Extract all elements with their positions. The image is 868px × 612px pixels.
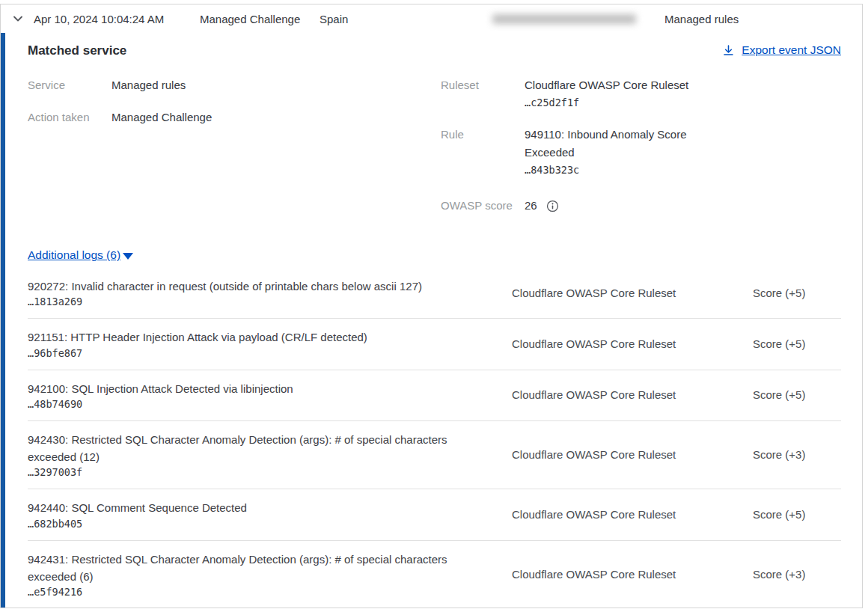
ruleset-field: Ruleset Cloudflare OWASP Core Ruleset …c… (441, 76, 815, 111)
event-action: Managed Challenge (200, 13, 320, 25)
log-row: 942430: Restricted SQL Character Anomaly… (28, 421, 841, 490)
event-details-panel: Matched service Export event JSON Servic… (1, 33, 862, 608)
owasp-score-value: 26 (525, 197, 537, 215)
log-hash: …48b74690 (28, 398, 492, 410)
owasp-score-field: OWASP score 26 (441, 197, 815, 215)
log-description: 921151: HTTP Header Injection Attack via… (28, 328, 492, 346)
log-description: 942440: SQL Comment Sequence Detected (28, 499, 492, 516)
log-score: Score (+5) (753, 337, 841, 350)
log-ruleset: Cloudflare OWASP Core Ruleset (512, 388, 700, 401)
action-taken-field: Action taken Managed Challenge (28, 108, 441, 126)
ruleset-hash: …c25d2f1f (525, 95, 688, 111)
caret-down-icon (123, 253, 133, 260)
collapse-chevron-icon[interactable] (10, 10, 26, 27)
panel-title: Matched service (28, 43, 126, 58)
export-event-json-link[interactable]: Export event JSON (722, 43, 841, 57)
log-ruleset: Cloudflare OWASP Core Ruleset (512, 337, 700, 350)
log-hash: …3297003f (28, 466, 492, 478)
log-description: 942431: Restricted SQL Character Anomaly… (28, 551, 492, 586)
log-score: Score (+3) (753, 568, 841, 581)
action-taken-label: Action taken (28, 108, 111, 126)
log-description: 920272: Invalid character in request (ou… (28, 278, 492, 295)
log-row: 942431: Restricted SQL Character Anomaly… (28, 541, 841, 608)
export-event-json-label: Export event JSON (742, 43, 841, 57)
ruleset-value: Cloudflare OWASP Core Ruleset (525, 76, 688, 94)
event-timestamp: Apr 10, 2024 10:04:24 AM (34, 13, 200, 25)
firewall-event-row: Apr 10, 2024 10:04:24 AM Managed Challen… (0, 4, 863, 608)
log-hash: …682bb405 (28, 518, 492, 530)
log-row: 921151: HTTP Header Injection Attack via… (28, 319, 841, 370)
details-left-column: Service Managed rules Action taken Manag… (28, 76, 441, 229)
log-score: Score (+5) (753, 287, 841, 299)
event-summary-row[interactable]: Apr 10, 2024 10:04:24 AM Managed Challen… (1, 4, 862, 33)
rule-label: Rule (441, 126, 525, 179)
event-service: Managed rules (664, 13, 739, 25)
log-hash: …1813a269 (28, 296, 492, 307)
service-value: Managed rules (111, 76, 186, 94)
service-field: Service Managed rules (28, 76, 441, 94)
event-country: Spain (320, 13, 492, 25)
additional-logs-toggle[interactable]: Additional logs (6) (28, 248, 133, 262)
details-right-column: Ruleset Cloudflare OWASP Core Ruleset …c… (441, 76, 815, 229)
log-score: Score (+3) (753, 448, 841, 461)
log-row: 942100: SQL Injection Attack Detected vi… (28, 370, 841, 421)
service-label: Service (28, 76, 111, 94)
log-score: Score (+5) (753, 388, 841, 401)
info-icon[interactable] (546, 200, 559, 212)
log-score: Score (+5) (753, 508, 841, 521)
log-row: 942440: SQL Comment Sequence Detected …6… (28, 489, 841, 540)
log-description: 942430: Restricted SQL Character Anomaly… (28, 431, 492, 466)
log-description: 942100: SQL Injection Attack Detected vi… (28, 380, 492, 397)
log-ruleset: Cloudflare OWASP Core Ruleset (512, 448, 700, 461)
rule-field: Rule 949110: Inbound Anomaly Score Excee… (441, 126, 815, 179)
owasp-score-label: OWASP score (441, 197, 525, 215)
additional-logs-label: Additional logs (6) (28, 248, 120, 262)
log-hash: …e5f94216 (28, 586, 492, 598)
redacted-hostname (492, 14, 636, 24)
rule-hash: …843b323c (525, 162, 704, 179)
additional-logs-table: 920272: Invalid character in request (ou… (28, 268, 841, 608)
rule-value: 949110: Inbound Anomaly Score Exceeded (525, 126, 704, 162)
log-ruleset: Cloudflare OWASP Core Ruleset (512, 508, 700, 521)
log-ruleset: Cloudflare OWASP Core Ruleset (512, 568, 700, 581)
log-hash: …96bfe867 (28, 347, 492, 359)
log-ruleset: Cloudflare OWASP Core Ruleset (512, 287, 700, 299)
chevron-down-icon (12, 13, 24, 25)
ruleset-label: Ruleset (441, 76, 525, 111)
log-row: 920272: Invalid character in request (ou… (28, 268, 841, 319)
action-taken-value: Managed Challenge (111, 108, 212, 126)
download-icon (722, 44, 735, 57)
